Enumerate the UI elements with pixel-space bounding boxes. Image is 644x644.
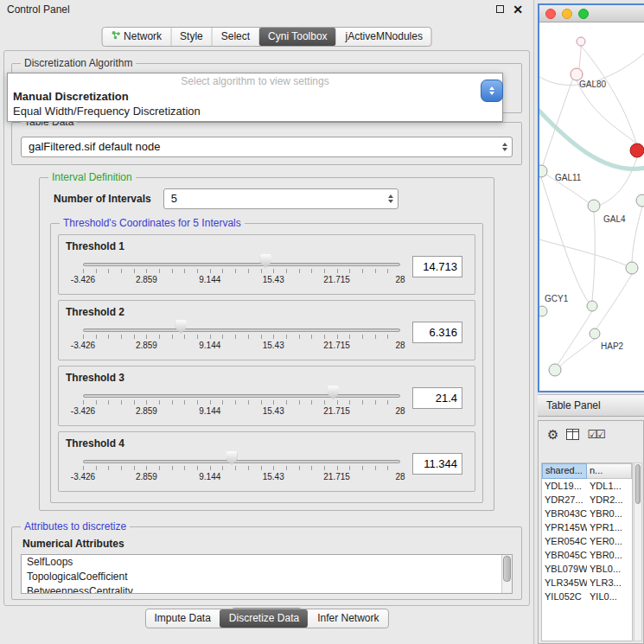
cell[interactable]: YIL052C — [542, 590, 587, 603]
threshold-3-value-input[interactable] — [412, 387, 462, 409]
selected-node-red[interactable] — [630, 143, 644, 157]
cell[interactable]: YBL079W — [542, 562, 587, 576]
node-attribute-table: shared... n... YDL19... YDL1... YDR27...… — [541, 462, 633, 641]
column-header-shared-name[interactable]: shared... — [542, 463, 587, 479]
cell[interactable]: YLR3... — [587, 576, 632, 590]
tab-cyni-toolbox[interactable]: Cyni Toolbox — [258, 28, 335, 46]
cell[interactable]: YPR145W — [542, 520, 587, 534]
network-node-labels: GAL80 GAL11 GAL4 GCY1 HAP2 — [545, 80, 626, 351]
axis-tick-label: 9.144 — [199, 406, 220, 416]
node-gal11[interactable] — [539, 165, 547, 177]
algorithm-dropdown-list: Select algorithm to view settings Manual… — [7, 73, 503, 122]
cell[interactable]: YBR045C — [542, 548, 587, 562]
node[interactable] — [626, 262, 638, 274]
tab-style[interactable]: Style — [170, 28, 212, 46]
threshold-2-slider[interactable]: -3.426 2.859 9.144 15.43 21.715 28 — [83, 318, 400, 356]
attributes-to-discretize-group: Attributes to discretize Numerical Attri… — [11, 526, 522, 600]
cell[interactable]: YBR043C — [542, 507, 587, 520]
network-window-titlebar[interactable] — [539, 5, 644, 22]
axis-tick-label: 2.859 — [136, 472, 157, 481]
node[interactable] — [587, 301, 597, 311]
node[interactable] — [636, 194, 644, 207]
tab-select[interactable]: Select — [212, 28, 258, 46]
node[interactable] — [549, 364, 561, 376]
cell[interactable]: YLR345W — [542, 576, 587, 590]
cell[interactable]: YBR0... — [587, 548, 632, 562]
zoom-traffic-light-icon[interactable] — [578, 9, 589, 19]
network-icon — [111, 28, 120, 46]
table-scrollbar[interactable] — [634, 462, 642, 641]
table-row[interactable]: YIL052C YIL0... — [542, 590, 632, 603]
attribute-browser-panel: ⚙ ☑☑ shared... n... YDL19... YDL1... YDR… — [538, 420, 644, 644]
cell[interactable]: YDR2... — [587, 493, 632, 507]
scrollbar-thumb[interactable] — [503, 556, 511, 582]
close-icon[interactable]: ✕ — [513, 3, 523, 16]
node-gal4[interactable] — [588, 200, 600, 212]
algorithm-combobox-stepper[interactable] — [481, 80, 503, 102]
tab-network[interactable]: Network — [102, 28, 170, 46]
dropdown-option-equal-width-frequency[interactable]: Equal Width/Frequency Discretization — [8, 104, 502, 121]
table-row[interactable]: YER054C YER0... — [542, 534, 632, 548]
dropdown-option-manual-discretization[interactable]: Manual Discretization — [8, 88, 502, 104]
gear-icon[interactable]: ⚙ — [547, 428, 558, 441]
tab-impute-data[interactable]: Impute Data — [145, 609, 219, 628]
node[interactable] — [577, 37, 585, 46]
table-row[interactable]: YPR145W YPR1... — [542, 520, 632, 534]
close-traffic-light-icon[interactable] — [545, 9, 556, 19]
slider-ticks — [83, 400, 400, 405]
cell[interactable]: YBR0... — [587, 507, 632, 520]
column-header-name[interactable]: n... — [587, 463, 632, 479]
slider-track[interactable] — [83, 328, 400, 332]
list-scrollbar[interactable] — [501, 555, 512, 593]
slider-track[interactable] — [83, 263, 400, 266]
minimize-traffic-light-icon[interactable] — [562, 9, 572, 19]
cell[interactable]: YDR27... — [542, 493, 587, 507]
cell[interactable]: YPR1... — [587, 520, 632, 534]
threshold-3-slider[interactable]: -3.426 2.859 9.144 15.43 21.715 28 — [83, 384, 400, 422]
table-row[interactable]: YLR345W YLR3... — [542, 576, 632, 590]
number-of-intervals-combobox[interactable]: 5 — [163, 188, 399, 209]
cell[interactable]: YIL0... — [587, 590, 632, 603]
cyni-toolbox-content: Discretization Algorithm Table Data galF… — [3, 50, 530, 606]
table-columns-icon[interactable] — [566, 429, 579, 440]
control-panel: Control Panel ✕ Network Style Select C — [0, 0, 534, 644]
threshold-4-slider[interactable]: -3.426 2.859 9.144 15.43 21.715 28 — [83, 450, 400, 488]
cell[interactable]: YDL1... — [587, 479, 632, 493]
cell[interactable]: YER0... — [587, 534, 632, 548]
node-gcy1[interactable] — [539, 306, 547, 316]
tab-infer-network[interactable]: Infer Network — [308, 609, 387, 628]
node-hap2[interactable] — [590, 328, 600, 339]
network-canvas[interactable]: GAL80 GAL11 GAL4 GCY1 HAP2 — [539, 22, 644, 391]
slider-track[interactable] — [83, 460, 400, 463]
tab-discretize-data[interactable]: Discretize Data — [220, 609, 308, 628]
threshold-2-value-input[interactable] — [412, 322, 462, 343]
table-row[interactable]: YDR27... YDR2... — [542, 493, 632, 507]
list-item[interactable]: BetweennessCentrality — [22, 584, 512, 594]
node-gal80[interactable] — [571, 68, 583, 80]
list-item[interactable]: SelfLoops — [22, 555, 512, 570]
cell[interactable]: YER054C — [542, 534, 587, 548]
threshold-4-value-input[interactable] — [412, 453, 462, 475]
restore-icon[interactable] — [496, 5, 504, 13]
node-label: GAL4 — [603, 214, 626, 224]
cell[interactable]: YDL19... — [542, 479, 587, 493]
table-row[interactable]: YBR045C YBR0... — [542, 548, 632, 562]
axis-tick-label: -3.426 — [71, 406, 95, 416]
cell[interactable]: YBL0... — [587, 562, 632, 576]
slider-track[interactable] — [83, 394, 400, 398]
axis-tick-label: 28 — [395, 472, 405, 481]
threshold-1-value-input[interactable] — [412, 256, 462, 277]
scrollbar-thumb[interactable] — [635, 464, 641, 504]
select-all-checkboxes-icon[interactable]: ☑☑ — [587, 429, 603, 440]
table-row[interactable]: YBR043C YBR0... — [542, 507, 632, 520]
table-row[interactable]: YDL19... YDL1... — [542, 479, 632, 493]
axis-tick-label: 21.715 — [323, 341, 350, 350]
panel-title: Control Panel — [7, 3, 70, 16]
threshold-1-slider[interactable]: -3.426 2.859 9.144 15.43 21.715 28 — [83, 252, 400, 290]
node-label: HAP2 — [601, 341, 624, 351]
list-item[interactable]: TopologicalCoefficient — [22, 570, 512, 584]
table-data-combobox[interactable]: galFiltered.sif default node — [21, 137, 513, 157]
tab-jactivemnodules[interactable]: jActiveMNodules — [336, 28, 431, 46]
table-panel-header: Table Panel — [538, 394, 644, 417]
table-row[interactable]: YBL079W YBL0... — [542, 562, 632, 576]
